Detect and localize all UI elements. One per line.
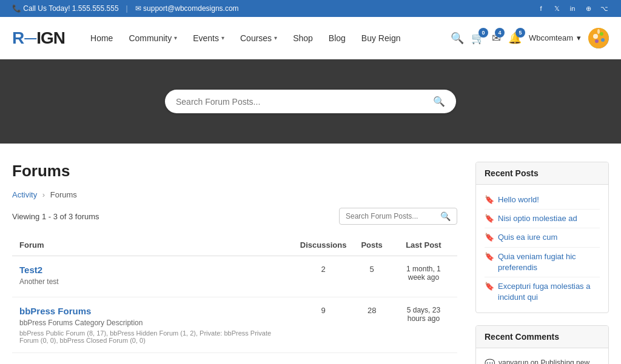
forum-controls: Viewing 1 - 3 of 3 forums 🔍 xyxy=(12,208,457,225)
svg-point-1 xyxy=(593,34,598,39)
forum-desc-0: Another test xyxy=(19,277,286,286)
phone-number[interactable]: 📞 Call Us Today! 1.555.555.555 xyxy=(12,4,119,13)
bookmark-icon-1: 🔖 xyxy=(485,214,494,223)
table-row: bbPress Forums bbPress Forums Category D… xyxy=(12,297,457,353)
forum-cell-1: bbPress Forums bbPress Forums Category D… xyxy=(12,297,293,353)
bookmark-icon-3: 🔖 xyxy=(485,252,494,261)
nav-buy-reign[interactable]: Buy Reign xyxy=(354,28,408,48)
recent-post-item-1[interactable]: 🔖Nisi optio molestiae ad xyxy=(485,210,600,228)
forum-last-post-1: 5 days, 23 hours ago xyxy=(390,297,457,353)
nav-events[interactable]: Events ▾ xyxy=(186,28,232,48)
recent-comments-widget: Recent Comments 💬vapvarun on Publishing … xyxy=(475,325,609,364)
recent-posts-title: Recent Posts xyxy=(476,162,608,185)
col-last-post: Last Post xyxy=(390,234,457,256)
recent-post-item-2[interactable]: 🔖Quis ea iure cum xyxy=(485,228,600,247)
main-nav: Home Community ▾ Events ▾ Courses ▾ Shop… xyxy=(83,28,451,48)
hero-search-icon: 🔍 xyxy=(433,96,445,107)
forum-last-post-0: 1 month, 1 week ago xyxy=(390,256,457,297)
community-caret: ▾ xyxy=(174,35,177,41)
forum-cell-0: Test2 Another test xyxy=(12,256,293,297)
col-discussions: Discussions xyxy=(293,234,354,256)
nav-shop[interactable]: Shop xyxy=(286,28,320,48)
user-menu[interactable]: Wbcomteam ▾ xyxy=(529,33,581,42)
svg-point-2 xyxy=(600,32,603,36)
user-menu-caret: ▾ xyxy=(577,33,581,42)
nav-blog[interactable]: Blog xyxy=(321,28,353,48)
forum-name-1[interactable]: bbPress Forums xyxy=(19,306,286,316)
col-posts: Posts xyxy=(354,234,389,256)
search-forums-icon: 🔍 xyxy=(440,211,451,221)
recent-post-item-4[interactable]: 🔖Excepturi fuga molestias a incidunt qui xyxy=(485,277,600,306)
twitter-icon[interactable]: 𝕏 xyxy=(552,4,562,13)
breadcrumb: Activity › Forums xyxy=(12,190,457,199)
main-content: Forums Activity › Forums Viewing 1 - 3 o… xyxy=(0,144,621,364)
viewing-text: Viewing 1 - 3 of 3 forums xyxy=(12,212,99,221)
breadcrumb-separator: › xyxy=(42,190,45,199)
sidebar: Recent Posts 🔖Hello world!🔖Nisi optio mo… xyxy=(475,162,609,364)
recent-comments-title: Recent Comments xyxy=(476,326,608,348)
svg-point-4 xyxy=(595,39,599,43)
header: R—IGN Home Community ▾ Events ▾ Courses … xyxy=(0,17,621,59)
recent-comments-body: 💬vapvarun on Publishing new doc💬A WordPr… xyxy=(476,348,608,364)
events-caret: ▾ xyxy=(221,35,224,41)
logo[interactable]: R—IGN xyxy=(12,28,65,48)
forum-desc-1: bbPress Forums Category Description xyxy=(19,319,286,327)
comment-icon-0: 💬 xyxy=(485,359,495,364)
forum-sub-1: bbPress Public Forum (8, 17), bbPress Hi… xyxy=(19,329,286,344)
facebook-icon[interactable]: f xyxy=(536,4,546,13)
email-address[interactable]: ✉ support@wbcomdesigns.com xyxy=(135,4,239,13)
top-bar-left: 📞 Call Us Today! 1.555.555.555 | ✉ suppo… xyxy=(12,4,239,13)
page-title: Forums xyxy=(12,162,457,180)
breadcrumb-forums: Forums xyxy=(50,190,77,199)
recent-post-item-0[interactable]: 🔖Hello world! xyxy=(485,191,600,210)
username: Wbcomteam xyxy=(529,33,573,42)
forum-discussions-1: 9 xyxy=(293,297,354,353)
recent-posts-body: 🔖Hello world!🔖Nisi optio molestiae ad🔖Qu… xyxy=(476,185,608,313)
col-forum: Forum xyxy=(12,234,293,256)
top-bar-right: f 𝕏 in ⊕ ⌥ xyxy=(536,4,609,13)
svg-point-3 xyxy=(601,38,605,42)
recent-posts-widget: Recent Posts 🔖Hello world!🔖Nisi optio mo… xyxy=(475,162,609,313)
forum-name-0[interactable]: Test2 xyxy=(19,265,286,275)
bookmark-icon-2: 🔖 xyxy=(485,233,494,242)
forum-posts-0: 5 xyxy=(354,256,389,297)
cart-badge: 0 xyxy=(478,28,488,38)
bell-icon[interactable]: 🔔 5 xyxy=(508,31,522,45)
mail-icon[interactable]: ✉ 4 xyxy=(492,31,501,45)
bell-badge: 5 xyxy=(515,28,525,38)
courses-caret: ▾ xyxy=(274,35,277,41)
forum-table: Forum Discussions Posts Last Post Test2 … xyxy=(12,234,457,353)
hero-search-box[interactable]: 🔍 xyxy=(165,90,456,113)
table-row: Test2 Another test 2 5 1 month, 1 week a… xyxy=(12,256,457,297)
hero-section: 🔍 xyxy=(0,59,621,144)
cart-icon[interactable]: 🛒 0 xyxy=(471,31,485,45)
svg-point-5 xyxy=(597,29,600,34)
nav-community[interactable]: Community ▾ xyxy=(121,28,184,48)
bookmark-icon-4: 🔖 xyxy=(485,282,494,291)
forums-content: Forums Activity › Forums Viewing 1 - 3 o… xyxy=(12,162,457,364)
globe-icon[interactable]: ⊕ xyxy=(583,4,593,13)
search-forums-input[interactable] xyxy=(346,212,437,220)
nav-courses[interactable]: Courses ▾ xyxy=(233,28,284,48)
search-icon[interactable]: 🔍 xyxy=(451,31,464,45)
recent-post-item-3[interactable]: 🔖Quia veniam fugiat hic preferendis xyxy=(485,248,600,277)
header-right: 🔍 🛒 0 ✉ 4 🔔 5 Wbcomteam ▾ xyxy=(451,28,609,48)
table-header-row: Forum Discussions Posts Last Post xyxy=(12,234,457,256)
breadcrumb-activity[interactable]: Activity xyxy=(12,190,37,199)
hero-search-input[interactable] xyxy=(176,97,427,107)
nav-home[interactable]: Home xyxy=(83,28,120,48)
recent-comment-item-0: 💬vapvarun on Publishing new doc xyxy=(485,354,600,364)
forum-posts-1: 28 xyxy=(354,297,389,353)
top-bar: 📞 Call Us Today! 1.555.555.555 | ✉ suppo… xyxy=(0,0,621,17)
linkedin-icon[interactable]: in xyxy=(568,4,577,13)
avatar[interactable] xyxy=(588,28,609,48)
github-icon[interactable]: ⌥ xyxy=(599,4,609,13)
forum-discussions-0: 2 xyxy=(293,256,354,297)
bookmark-icon-0: 🔖 xyxy=(485,195,494,204)
search-forums-box[interactable]: 🔍 xyxy=(339,208,457,225)
mail-badge: 4 xyxy=(495,28,505,38)
